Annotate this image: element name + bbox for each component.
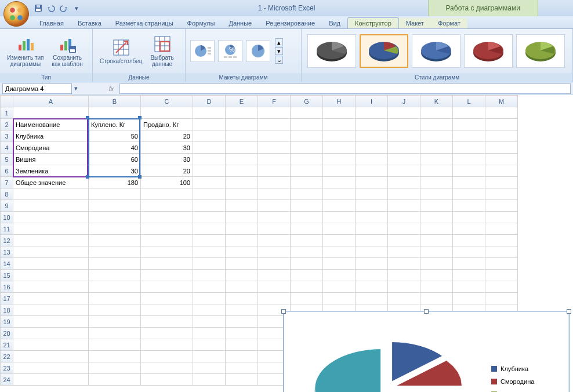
cell[interactable] [453, 200, 485, 212]
cell[interactable] [420, 165, 453, 177]
cell[interactable] [388, 293, 420, 304]
cell[interactable] [13, 362, 89, 374]
cell[interactable] [13, 107, 89, 119]
chart-style-5[interactable] [516, 34, 565, 68]
row-header[interactable]: 23 [1, 362, 13, 374]
chart-style-3[interactable] [412, 34, 460, 68]
cell[interactable] [226, 281, 258, 293]
cell[interactable] [356, 177, 388, 188]
worksheet-grid[interactable]: ABCDEFGHIJKLM 12НаименованиеКуплено. КгП… [0, 95, 573, 386]
cell[interactable] [356, 281, 388, 293]
cell[interactable] [291, 235, 323, 246]
cell[interactable] [258, 223, 291, 235]
cell[interactable] [485, 130, 518, 142]
cell[interactable] [193, 281, 226, 293]
cell[interactable] [291, 142, 323, 154]
cell[interactable] [388, 258, 420, 270]
cell[interactable] [453, 107, 485, 119]
cell[interactable] [226, 258, 258, 270]
row-header[interactable]: 17 [1, 293, 13, 304]
cell[interactable] [193, 107, 226, 119]
cell[interactable] [323, 142, 356, 154]
cell[interactable] [420, 188, 453, 200]
cell[interactable] [226, 119, 258, 130]
cell[interactable] [291, 200, 323, 212]
cell[interactable] [485, 154, 518, 165]
cell[interactable] [226, 235, 258, 246]
cell[interactable] [141, 304, 193, 316]
cell[interactable] [356, 130, 388, 142]
cell[interactable] [356, 293, 388, 304]
cell[interactable] [89, 223, 141, 235]
cell[interactable] [258, 246, 291, 258]
chart-layout-1[interactable] [190, 40, 215, 62]
cell[interactable] [356, 119, 388, 130]
cell[interactable] [356, 212, 388, 223]
cell[interactable] [388, 154, 420, 165]
cell[interactable] [89, 270, 141, 281]
cell[interactable] [13, 246, 89, 258]
row-header[interactable]: 15 [1, 270, 13, 281]
cell[interactable] [323, 177, 356, 188]
row-header[interactable]: 14 [1, 258, 13, 270]
row-header[interactable]: 12 [1, 235, 13, 246]
cell[interactable]: 30 [141, 142, 193, 154]
cell[interactable] [89, 351, 141, 362]
cell[interactable] [388, 119, 420, 130]
cell[interactable] [141, 293, 193, 304]
cell[interactable] [141, 107, 193, 119]
cell[interactable] [226, 165, 258, 177]
selection-handle[interactable] [138, 175, 142, 179]
cell[interactable] [226, 154, 258, 165]
cell[interactable] [356, 142, 388, 154]
cell[interactable] [485, 119, 518, 130]
cell[interactable] [356, 107, 388, 119]
row-header[interactable]: 6 [1, 165, 13, 177]
cell[interactable] [258, 200, 291, 212]
cell[interactable] [485, 212, 518, 223]
namebox-dropdown-icon[interactable]: ▾ [74, 85, 78, 92]
cell[interactable] [258, 281, 291, 293]
cell[interactable] [485, 177, 518, 188]
cell[interactable] [388, 130, 420, 142]
chart-style-2[interactable] [360, 34, 408, 68]
selection-handle[interactable] [86, 175, 89, 179]
cell[interactable] [420, 212, 453, 223]
cell[interactable] [323, 107, 356, 119]
qat-dropdown-icon[interactable]: ▾ [71, 2, 82, 14]
selection-handle[interactable] [138, 116, 142, 119]
cell[interactable] [388, 235, 420, 246]
cell[interactable] [141, 339, 193, 351]
cell[interactable] [291, 107, 323, 119]
cell[interactable] [13, 351, 89, 362]
layouts-scroll-up[interactable]: ▴ [275, 38, 283, 46]
tab-review[interactable]: Рецензирование [259, 18, 322, 28]
cell[interactable] [193, 200, 226, 212]
cell[interactable] [323, 223, 356, 235]
cell[interactable] [485, 281, 518, 293]
column-header[interactable]: H [323, 96, 356, 107]
cell[interactable] [226, 142, 258, 154]
cell[interactable]: 20 [141, 130, 193, 142]
cell[interactable] [226, 316, 258, 328]
cell[interactable] [141, 235, 193, 246]
cell[interactable] [193, 130, 226, 142]
row-header[interactable]: 11 [1, 223, 13, 235]
cell[interactable] [258, 212, 291, 223]
cell[interactable] [226, 270, 258, 281]
cell[interactable] [453, 270, 485, 281]
cell[interactable] [193, 235, 226, 246]
cell[interactable] [388, 165, 420, 177]
cell[interactable] [89, 188, 141, 200]
cell[interactable] [420, 119, 453, 130]
cell[interactable] [485, 188, 518, 200]
formula-input[interactable] [119, 84, 571, 94]
cell[interactable]: Земленика [13, 165, 89, 177]
cell[interactable] [89, 374, 141, 386]
cell[interactable] [323, 212, 356, 223]
cell[interactable] [291, 223, 323, 235]
cell[interactable] [193, 351, 226, 362]
cell[interactable]: 30 [141, 154, 193, 165]
cell[interactable] [89, 212, 141, 223]
row-header[interactable]: 7 [1, 177, 13, 188]
